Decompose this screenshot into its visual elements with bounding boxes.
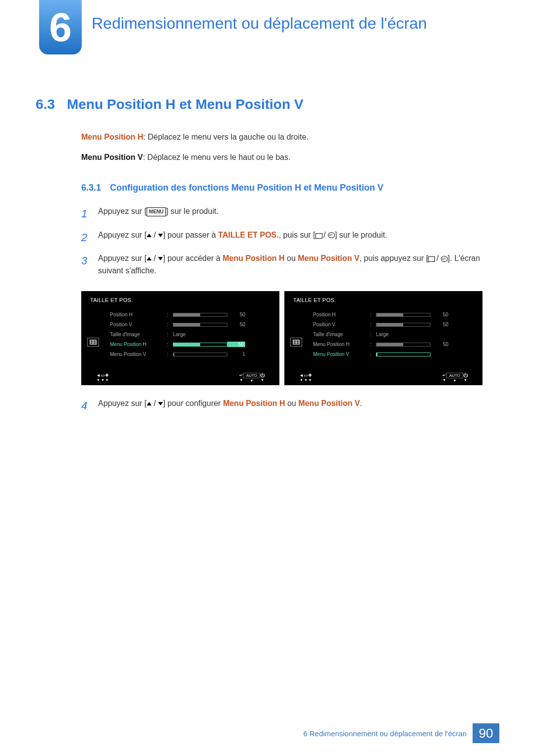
nav-minus-icon: ▭▼ [304,373,308,382]
subsection-title: Configuration des fonctions Menu Positio… [110,183,383,193]
step-1-text-b: ] sur le produit. [166,207,218,215]
intro-paragraph: Menu Position H: Déplacez le menu vers l… [81,130,499,164]
step-2-text-d: ] sur le produit. [335,231,387,239]
step-4-text-c: . [360,399,362,407]
nav-power-icon: ⏻▼ [260,373,265,382]
step-3-text-c: , puis appuyez sur [ [360,254,428,262]
section-title: Menu Position H et Menu Position V [67,97,304,112]
chapter-number-tab: 6 [39,0,82,54]
step-3-accent-2: Menu Position V [298,254,359,262]
osd-title: TAILLE ET POS. [293,297,476,303]
nav-plus-icon: ✚▼ [308,373,312,382]
osd-value: 50 [430,342,448,347]
enter-icon [441,256,448,262]
osd-panel-h: TAILLE ET POS. Position H: 50 Position V… [81,291,279,385]
osd-value: 50 [227,312,245,317]
osd-row-menuh: Menu Position H: 50 [313,340,476,350]
osd-label: Menu Position H [313,342,370,347]
osd-row-menuv-selected: Menu Position V: 0 [313,350,476,359]
osd-value: 1 [227,352,245,357]
osd-label: Position V [313,322,370,327]
slider-icon [173,313,227,317]
osd-label: Menu Position V [110,352,167,357]
intro-v-text: : Déplacez le menu vers le haut ou le ba… [143,153,290,161]
osd-row-posv: Position V: 50 [110,320,272,330]
menu-button-icon: MENU [147,207,166,216]
step-1-text-a: Appuyez sur [ [98,207,147,215]
nav-enter-icon: ↵▼ [239,373,243,382]
down-arrow-icon [158,234,163,237]
step-4-accent-2: Menu Position V [298,399,360,407]
nav-auto-icon: AUTO▼ [446,373,463,382]
osd-nav: ◄▼ ▭▼ ✚▼ ↵▼ AUTO▼ ⏻▼ [284,373,482,382]
slider-icon [173,343,227,347]
osd-nav: ◄▼ ▭▼ ✚▼ ↵▼ AUTO▼ ⏻▼ [81,373,279,382]
osd-panel-v: TAILLE ET POS. Position H: 50 Position V… [284,291,482,385]
nav-plus-icon: ✚▼ [105,373,109,382]
step-3-mid: ou [285,254,298,262]
osd-row-posh: Position H: 50 [110,310,272,320]
step-3-text-a: Appuyez sur [ [98,254,147,262]
page-number: 90 [473,723,499,743]
step-4: Appuyez sur [ / ] pour configurer Menu P… [81,394,499,417]
step-3: Appuyez sur [ / ] pour accéder à Menu Po… [81,249,499,280]
osd-value: 50 [227,322,245,327]
intro-h-label: Menu Position H [81,133,143,141]
osd-screenshots: TAILLE ET POS. Position H: 50 Position V… [81,291,499,385]
up-arrow-icon [147,257,152,260]
osd-value: Large [173,332,208,337]
nav-back-icon: ◄▼ [299,373,304,382]
nav-power-icon: ⏻▼ [463,373,468,382]
source-icon [316,233,321,238]
osd-label: Position H [313,312,370,317]
steps-list: Appuyez sur [MENU] sur le produit. Appuy… [81,202,499,280]
intro-v-label: Menu Position V [81,153,143,161]
osd-value: 50 [430,312,448,317]
slider-icon [376,323,430,327]
up-arrow-icon [147,402,152,405]
osd-row-menuh-selected: Menu Position H: 50 [110,340,272,350]
osd-label: Taille d'image [110,332,167,337]
osd-category-icon [87,338,99,347]
step-3-text-b: ] pour accéder à [163,254,222,262]
slider-icon [376,313,430,317]
nav-enter-icon: ↵▼ [442,373,446,382]
osd-row-taille: Taille d'image: Large [313,330,476,340]
osd-row-posv: Position V: 50 [313,320,476,330]
down-arrow-icon [158,402,163,405]
enter-icon [328,232,335,238]
intro-h-text: : Déplacez le menu vers la gauche ou la … [143,133,309,141]
osd-row-posh: Position H: 50 [313,310,476,320]
osd-value: Large [376,332,411,337]
step-4-accent-1: Menu Position H [223,399,285,407]
step-4-text-b: ] pour configurer [163,399,223,407]
step-2: Appuyez sur [ / ] pour passer à TAILLE E… [81,226,499,249]
nav-minus-icon: ▭▼ [101,373,105,382]
osd-value: 50 [430,322,448,327]
osd-value: 50 [227,342,245,347]
step-2-text-a: Appuyez sur [ [98,231,147,239]
slider-icon [173,323,227,327]
osd-label: Position V [110,322,167,327]
osd-label: Position H [110,312,167,317]
osd-row-taille: Taille d'image: Large [110,330,272,340]
slider-icon [376,343,430,347]
step-2-text-c: , puis sur [ [279,231,316,239]
osd-label: Menu Position V [313,352,370,357]
chapter-title: Redimensionnement ou déplacement de l'éc… [92,14,495,33]
step-4-text-a: Appuyez sur [ [98,399,147,407]
step-2-text-b: ] pour passer à [163,231,218,239]
nav-back-icon: ◄▼ [96,373,101,382]
up-arrow-icon [147,234,152,237]
step-1: Appuyez sur [MENU] sur le produit. [81,202,499,225]
source-icon [428,256,434,261]
step-4-mid: ou [285,399,298,407]
steps-list-cont: Appuyez sur [ / ] pour configurer Menu P… [81,394,499,417]
osd-row-menuv: Menu Position V: 1 [110,350,272,359]
page-footer: 6 Redimensionnement ou déplacement de l'… [0,723,535,743]
subsection-heading: 6.3.1 Configuration des fonctions Menu P… [81,183,499,193]
step-2-accent: TAILLE ET POS. [218,231,278,239]
nav-auto-icon: AUTO▼ [243,373,260,382]
section-heading: 6.3 Menu Position H et Menu Position V [36,97,499,112]
slider-icon [173,353,227,356]
